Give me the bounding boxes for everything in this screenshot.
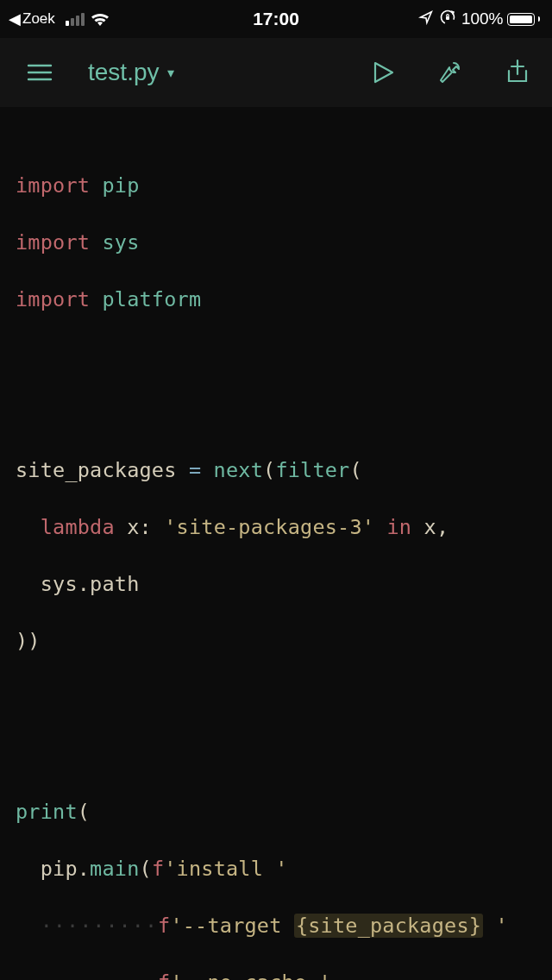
code-line: import sys [16, 229, 536, 257]
code-line: ·········f'--target {site_packages} ' [16, 912, 536, 940]
status-left: ◀ Zoek [9, 9, 110, 28]
wifi-icon [90, 11, 110, 27]
return-app-label: Zoek [22, 10, 55, 28]
run-button[interactable] [367, 57, 398, 88]
return-to-app[interactable]: ◀ Zoek [9, 9, 55, 28]
clock: 17:00 [253, 9, 299, 29]
tools-button[interactable] [435, 57, 466, 88]
code-line [16, 741, 536, 770]
code-line: lambda x: 'site-packages-3' in x, [16, 513, 536, 542]
code-line [16, 342, 536, 371]
code-line [16, 684, 536, 713]
chevron-left-icon: ◀ [9, 9, 21, 28]
status-right: 100% [418, 9, 540, 30]
battery-icon [507, 13, 535, 26]
filename-dropdown[interactable]: test.py ▾ [88, 59, 174, 86]
code-line: )) [16, 627, 536, 656]
location-icon [418, 9, 434, 29]
filename-label: test.py [88, 59, 159, 86]
app-header: test.py ▾ [0, 38, 552, 107]
menu-button[interactable] [22, 55, 57, 90]
svg-rect-1 [446, 16, 449, 20]
battery-status: 100% [461, 9, 540, 28]
chevron-down-icon: ▾ [167, 65, 174, 81]
code-line: pip.main(f'install ' [16, 855, 536, 883]
status-bar: ◀ Zoek 17:00 100% [0, 0, 552, 38]
orientation-lock-icon [439, 9, 456, 30]
code-line: site_packages = next(filter( [16, 456, 536, 485]
code-editor[interactable]: import pip import sys import platform si… [0, 107, 552, 980]
share-button[interactable] [502, 57, 533, 88]
code-line: ·········f'--no-cache ' [16, 969, 536, 980]
code-line [16, 399, 536, 428]
battery-percentage: 100% [461, 9, 504, 28]
header-actions [367, 57, 533, 88]
cellular-signal-icon [66, 13, 85, 26]
code-line: import pip [16, 172, 536, 200]
code-line: print( [16, 798, 536, 826]
code-line: sys.path [16, 570, 536, 599]
code-line: import platform [16, 286, 536, 314]
